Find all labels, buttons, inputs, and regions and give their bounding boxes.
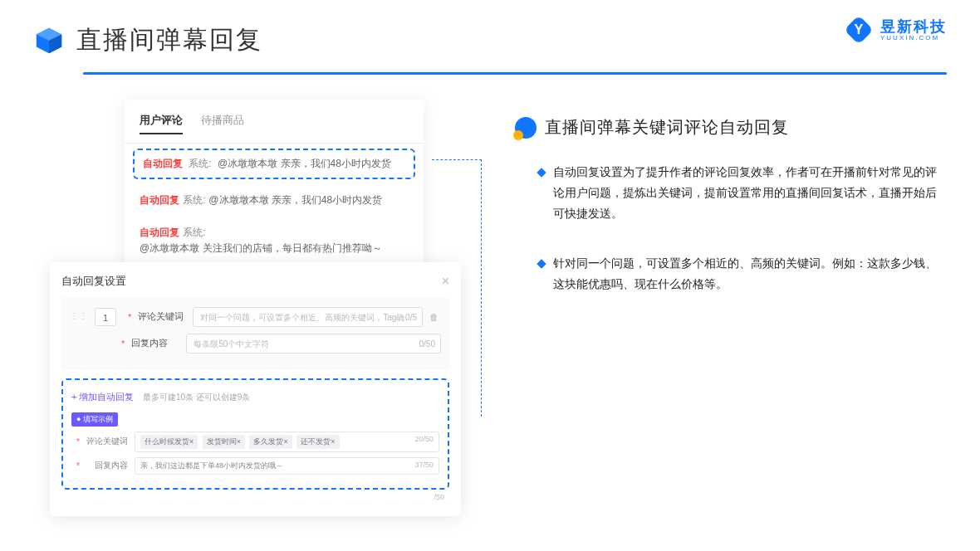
auto-reply-settings-card: 自动回复设置 × ⋮⋮ 1 * 评论关键词 对同一个问题，可设置多个相近、高频的… <box>50 262 461 516</box>
example-content-counter: 37/50 <box>414 461 434 469</box>
close-icon[interactable]: × <box>442 274 449 289</box>
bullet-text: 自动回复设置为了提升作者的评论回复效率，作者可在开播前针对常见的评论用户问题，提… <box>553 162 947 225</box>
bullet-icon <box>537 168 546 177</box>
keyword-counter: 0/5 <box>405 308 417 328</box>
system-label: 系统: <box>183 225 205 241</box>
keyword-tag[interactable]: 还不发货× <box>296 435 339 449</box>
keyword-label: 评论关键词 <box>138 310 186 323</box>
delete-icon[interactable]: 🗑 <box>429 312 441 322</box>
comment-text: @冰墩墩本墩 亲亲，我们48小时内发货 <box>218 158 391 169</box>
content-counter: 0/50 <box>419 334 435 354</box>
settings-title: 自动回复设置 <box>61 274 126 289</box>
auto-reply-badge: 自动回复 <box>140 225 179 241</box>
bubble-icon <box>515 117 537 139</box>
required-mark: * <box>76 437 80 446</box>
example-highlight-box: + 增加自动回复 最多可建10条 还可以创建9条 ● 填写示例 * 评论关键词 … <box>61 378 449 490</box>
required-mark: * <box>121 339 125 349</box>
keyword-tag[interactable]: 什么时候发货× <box>140 435 198 449</box>
highlighted-auto-reply: 自动回复 系统: @冰墩墩本墩 亲亲，我们48小时内发货 <box>133 149 415 179</box>
keyword-tag[interactable]: 多久发货× <box>249 435 292 449</box>
example-kw-counter: 20/50 <box>414 435 434 443</box>
drag-icon[interactable]: ⋮⋮ <box>70 311 88 322</box>
tab-pending-products[interactable]: 待播商品 <box>201 113 244 134</box>
content-input[interactable]: 每条限50个中文字符 0/50 <box>186 334 441 354</box>
comment-text: @冰墩墩本墩 关注我们的店铺，每日都有热门推荐呦～ <box>140 241 382 256</box>
comment-text: @冰墩墩本墩 亲亲，我们48小时内发货 <box>208 193 382 208</box>
required-mark: * <box>76 461 80 471</box>
add-auto-reply-link[interactable]: + 增加自动回复 <box>71 391 134 403</box>
comments-card: 用户评论 待播商品 自动回复 系统: @冰墩墩本墩 亲亲，我们48小时内发货 自… <box>125 100 424 272</box>
svg-text:Y: Y <box>855 22 864 37</box>
bullet-text: 针对同一个问题，可设置多个相近的、高频的关键词。例如：这款多少钱、这块能优惠吗、… <box>553 253 947 295</box>
section-title: 直播间弹幕关键词评论自动回复 <box>545 116 789 139</box>
example-content-input[interactable]: 亲，我们这边都是下单48小时内发货的哦～ 37/50 <box>135 457 439 475</box>
brand-sub: YUUXIN.COM <box>880 34 947 41</box>
comment-row: 自动回复 系统: @冰墩墩本墩 亲亲，我们48小时内发货 <box>125 184 424 217</box>
system-label: 系统: <box>183 193 205 208</box>
keyword-tag[interactable]: 发货时间× <box>203 435 245 449</box>
tab-user-comments[interactable]: 用户评论 <box>140 113 183 134</box>
example-badge: ● 填写示例 <box>71 412 118 427</box>
brand-icon: Y <box>844 15 874 45</box>
content-label: 回复内容 <box>131 337 179 349</box>
example-content-label: 回复内容 <box>86 460 128 471</box>
brand-name: 昱新科技 <box>880 19 947 34</box>
system-label: 系统: <box>189 158 211 169</box>
example-keyword-input[interactable]: 什么时候发货× 发货时间× 多久发货× 还不发货× 20/50 <box>135 432 439 452</box>
comment-row: 自动回复 系统: @冰墩墩本墩 关注我们的店铺，每日都有热门推荐呦～ <box>125 217 424 265</box>
add-hint: 最多可建10条 还可以创建9条 <box>143 393 250 402</box>
brand-logo: Y 昱新科技 YUUXIN.COM <box>844 15 947 45</box>
bullet-icon <box>537 259 546 268</box>
keyword-input[interactable]: 对同一个问题，可设置多个相近、高频的关键词，Tag确定，最多5个 0/5 <box>193 307 423 327</box>
index-field[interactable]: 1 <box>95 308 116 326</box>
auto-reply-badge: 自动回复 <box>140 193 179 208</box>
example-keyword-label: 评论关键词 <box>86 436 128 447</box>
cube-icon <box>33 25 65 56</box>
faint-counter: /50 <box>61 493 449 501</box>
required-mark: * <box>128 312 131 322</box>
auto-reply-badge: 自动回复 <box>143 158 183 169</box>
page-title: 直播间弹幕回复 <box>76 23 262 57</box>
